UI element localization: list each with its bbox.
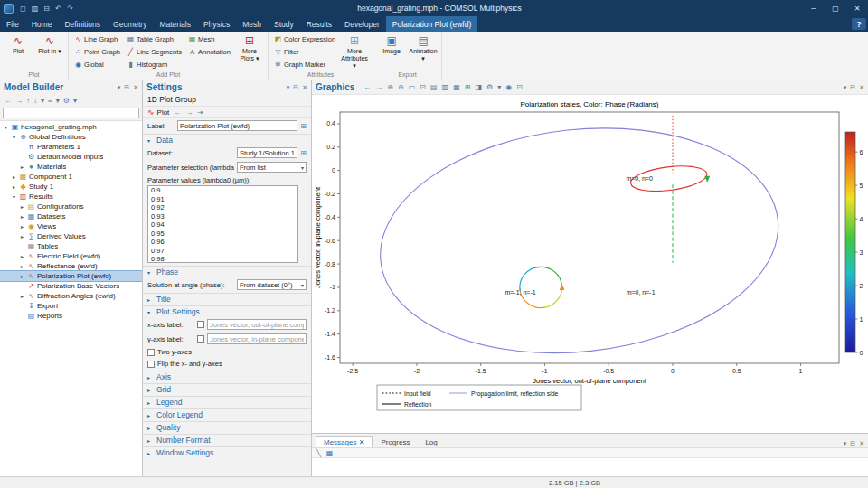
menu-materials[interactable]: Materials [153, 16, 196, 32]
panel-menu-icon[interactable]: ▾ [844, 84, 847, 91]
expand-icon[interactable]: ▸ [19, 273, 25, 279]
panel-menu-icon[interactable]: ▾ [287, 84, 290, 91]
plot-in-window-icon[interactable]: ⇥ [197, 108, 203, 117]
section-title-header[interactable]: ▸ Title [143, 293, 311, 305]
scene-settings-dropdown-icon[interactable]: ▾ [497, 83, 501, 91]
section-number-format-header[interactable]: ▸Number Format [143, 434, 311, 446]
parameter-value-item[interactable]: 0.98 [148, 255, 297, 263]
section-plot-settings-header[interactable]: ▾ Plot Settings [143, 305, 311, 317]
dataset-select[interactable]: Study 1/Solution 1 ▾ [237, 147, 297, 158]
next-plot-icon[interactable]: → [185, 108, 193, 117]
menu-mesh[interactable]: Mesh [236, 16, 268, 32]
tree-settings-icon[interactable]: ⚙ [63, 97, 70, 105]
annotation-button[interactable]: AAnnotation [186, 46, 232, 58]
move-up-icon[interactable]: ↑ [26, 97, 30, 105]
two-y-axes-checkbox[interactable] [147, 349, 155, 356]
forward-icon[interactable]: → [15, 97, 23, 105]
x-axis-label-input[interactable] [207, 319, 307, 330]
menu-developer[interactable]: Developer [338, 16, 386, 32]
scene-settings-icon[interactable]: ⚙ [486, 83, 493, 91]
redo-icon[interactable]: ↷ [64, 5, 76, 13]
line-graph-button[interactable]: ∿Line Graph [72, 33, 122, 45]
tree-item-reports[interactable]: ▤Reports [0, 311, 142, 321]
parameter-selection-select[interactable]: From list ▾ [237, 162, 307, 173]
undo-icon[interactable]: ↶ [52, 5, 64, 13]
expand-icon[interactable]: ▸ [19, 223, 25, 230]
previous-view-icon[interactable]: ← [363, 83, 371, 91]
menu-geometry[interactable]: Geometry [107, 16, 153, 32]
transparency-icon[interactable]: ◨ [475, 83, 482, 91]
animation-button[interactable]: ▤Animation ▾ [409, 33, 438, 62]
show-menu-icon[interactable]: ▾ [41, 97, 44, 105]
tree-nodes-icon[interactable]: ≡ [48, 97, 52, 105]
tree-item-views[interactable]: ▸◉Views [0, 221, 142, 231]
label-options-icon[interactable]: ⊞ [300, 122, 307, 130]
panel-close-icon[interactable]: ✕ [859, 84, 864, 91]
dataset-options-icon[interactable]: ⊞ [300, 149, 307, 157]
zoom-box-icon[interactable]: ▭ [409, 83, 416, 91]
color-expression-button[interactable]: ◩Color Expression [272, 33, 337, 45]
parameter-value-item[interactable]: 0.95 [148, 230, 297, 239]
parameter-value-item[interactable]: 0.9 [148, 186, 297, 195]
tree-item-polarization-base-vectors[interactable]: ↗Polarization Base Vectors [0, 281, 142, 291]
view-layout-icon[interactable]: ▦ [453, 83, 460, 91]
tree-item-reflectance-ewfd[interactable]: ▸∿Reflectance (ewfd) [0, 261, 142, 271]
back-icon[interactable]: ← [5, 97, 12, 105]
nodes-menu-icon[interactable]: ▾ [56, 97, 60, 105]
print-icon[interactable]: ⊡ [516, 83, 523, 91]
tree-item-electric-field-ewfd[interactable]: ▸∿Electric Field (ewfd) [0, 251, 142, 261]
polarization-plot[interactable]: Polarization states, Color: Phase (Radia… [312, 99, 863, 423]
tab-progress[interactable]: Progress [373, 437, 417, 447]
add-view-icon[interactable]: ⊞ [465, 83, 471, 91]
more-attributes-button[interactable]: ⊞More Attributes ▾ [340, 33, 369, 70]
expand-icon[interactable]: ▸ [19, 253, 25, 259]
section-window-settings-header[interactable]: ▸Window Settings [143, 446, 311, 458]
table-graph-button[interactable]: ▦Table Graph [125, 33, 184, 45]
parameter-value-item[interactable]: 0.92 [148, 203, 297, 212]
phase-angle-select[interactable]: From dataset (0°) ▾ [237, 279, 307, 290]
tree-item-materials[interactable]: ▸●Materials [0, 162, 142, 172]
tab-log[interactable]: Log [418, 437, 444, 447]
zoom-out-icon[interactable]: ⊖ [398, 83, 404, 91]
y-axis-label-checkbox[interactable] [197, 335, 204, 343]
zoom-in-icon[interactable]: ⊕ [387, 83, 393, 91]
section-axis-header[interactable]: ▸Axis [143, 371, 311, 382]
collapse-icon[interactable]: ▾ [11, 193, 17, 200]
open-file-icon[interactable]: ▨ [29, 5, 41, 13]
panel-close-icon[interactable]: ✕ [133, 84, 138, 91]
tab-polarization-plot-ewfd[interactable]: Polarization Plot (ewfd) [386, 16, 477, 32]
previous-plot-icon[interactable]: ← [174, 108, 181, 117]
tree-item-parameters-1[interactable]: πParameters 1 [0, 142, 142, 152]
section-grid-header[interactable]: ▸Grid [143, 383, 311, 395]
parameter-value-item[interactable]: 0.94 [148, 221, 297, 230]
histogram-button[interactable]: ▮Histogram [125, 59, 184, 70]
panel-float-icon[interactable]: ⊟ [850, 440, 855, 447]
tree-item-tables[interactable]: ▦Tables [0, 241, 142, 251]
expand-icon[interactable]: ▸ [11, 174, 17, 180]
clear-log-icon[interactable]: ╲ [316, 449, 321, 456]
menu-home[interactable]: Home [25, 16, 59, 32]
menu-physics[interactable]: Physics [197, 16, 236, 32]
panel-float-icon[interactable]: ⊟ [124, 84, 129, 91]
close-button[interactable]: ✕ [846, 5, 868, 13]
menu-file[interactable]: File [0, 16, 25, 32]
parameter-value-item[interactable]: 0.91 [148, 195, 297, 204]
section-color-legend-header[interactable]: ▸Color Legend [143, 408, 311, 420]
minimize-button[interactable]: ─ [803, 5, 825, 13]
graph-marker-button[interactable]: ✱Graph Marker [272, 59, 337, 70]
global-button[interactable]: ◉Global [72, 59, 122, 70]
panel-menu-icon[interactable]: ▾ [844, 440, 847, 447]
filter-button[interactable]: ▽Filter [272, 46, 337, 58]
expand-icon[interactable]: ▸ [19, 263, 25, 269]
line-segments-button[interactable]: ╱Line Segments [125, 46, 184, 58]
panel-menu-icon[interactable]: ▾ [118, 84, 121, 91]
tab-messages[interactable]: Messages ✕ [316, 436, 373, 447]
parameter-value-item[interactable]: 0.93 [148, 212, 297, 221]
plot-button[interactable]: ∿Plot [4, 33, 33, 55]
tree-item-default-model-inputs[interactable]: ⚙Default Model Inputs [0, 152, 142, 162]
save-icon[interactable]: ⊟ [41, 5, 52, 13]
settings-dropdown-icon[interactable]: ▾ [73, 97, 77, 105]
tree-item-component-1[interactable]: ▸▦Component 1 [0, 172, 142, 182]
expand-icon[interactable]: ▸ [19, 213, 25, 220]
label-field-input[interactable] [177, 120, 297, 131]
